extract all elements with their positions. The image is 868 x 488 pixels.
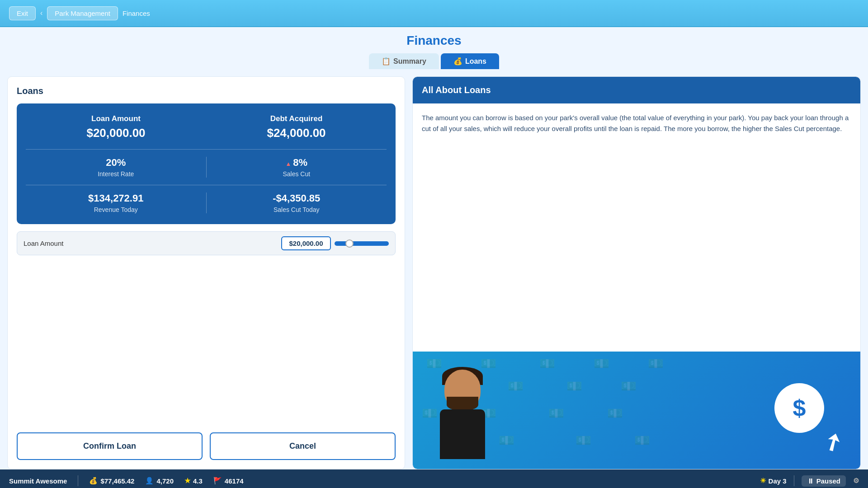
top-nav: Exit ‹ Park Management Finances xyxy=(0,0,868,27)
sales-cut-today-item: -$4,350.85 Sales Cut Today xyxy=(206,192,387,213)
page-title: Finances xyxy=(406,33,461,48)
exit-button[interactable]: Exit xyxy=(9,6,36,20)
nav-chevron: ‹ xyxy=(40,9,42,17)
char-beard xyxy=(447,397,478,410)
interest-rate-item: 20% Interest Rate xyxy=(26,157,206,178)
sales-cut-today-value: -$4,350.85 xyxy=(207,192,387,204)
char-body xyxy=(440,409,485,459)
loan-bottom-row: $134,272.91 Revenue Today -$4,350.85 Sal… xyxy=(26,185,387,213)
pause-icon: ⏸ xyxy=(807,477,814,485)
staff-item: 🚩 46174 xyxy=(213,477,244,485)
day-item: ☀ Day 3 xyxy=(760,477,787,485)
revenue-today-value: $134,272.91 xyxy=(26,192,206,204)
action-buttons-row: Confirm Loan Cancel xyxy=(17,432,396,460)
staff-value: 46174 xyxy=(225,477,244,485)
visitors-value: 4,720 xyxy=(156,477,174,485)
flag-icon: 🚩 xyxy=(213,477,222,485)
revenue-today-item: $134,272.91 Revenue Today xyxy=(26,192,206,213)
status-bar: Summit Awesome 💰 $77,465.42 👤 4,720 ★ 4.… xyxy=(0,469,868,488)
loan-top-row: Loan Amount $20,000.00 Debt Acquired $24… xyxy=(26,114,387,140)
debt-acquired-label: Debt Acquired xyxy=(267,114,326,123)
sales-cut-today-label: Sales Cut Today xyxy=(207,206,387,213)
loans-panel-title: Loans xyxy=(17,86,396,96)
settings-icon[interactable]: ⚙ xyxy=(853,477,859,485)
day-value: Day 3 xyxy=(769,477,787,485)
cancel-button[interactable]: Cancel xyxy=(210,432,396,460)
left-panel: Loans Loan Amount $20,000.00 Debt Acquir… xyxy=(7,76,405,469)
slider-label: Loan Amount xyxy=(24,239,78,247)
revenue-today-label: Revenue Today xyxy=(26,206,206,213)
loan-amount-slider-row: Loan Amount $20,000.00 xyxy=(17,231,396,255)
confirm-loan-button[interactable]: Confirm Loan xyxy=(17,432,203,460)
tab-loans[interactable]: 💰 Loans xyxy=(441,53,499,69)
summary-icon: 📋 xyxy=(382,57,391,66)
right-panel-title: All About Loans xyxy=(422,85,851,95)
sales-cut-item: ▲8% Sales Cut xyxy=(206,157,387,178)
loan-mid-row: 20% Interest Rate ▲8% Sales Cut xyxy=(26,149,387,185)
character-figure xyxy=(422,361,503,469)
loan-amount-item: Loan Amount $20,000.00 xyxy=(86,114,145,140)
status-divider-1 xyxy=(78,475,78,486)
paused-label: Paused xyxy=(816,477,840,485)
interest-rate-value: 20% xyxy=(26,157,206,169)
debt-acquired-item: Debt Acquired $24,000.00 xyxy=(267,114,326,140)
coin-icon: 💰 xyxy=(89,477,98,485)
interest-rate-label: Interest Rate xyxy=(26,170,206,178)
loan-card: Loan Amount $20,000.00 Debt Acquired $24… xyxy=(17,103,396,224)
spacer xyxy=(17,263,396,425)
right-panel-description: The amount you can borrow is based on yo… xyxy=(422,113,851,134)
visitors-item: 👤 4,720 xyxy=(145,477,174,485)
right-panel-illustration: 💵 💵 💵 💵 💵 💵 💵 💵 💵 💵 💵 💵 💵 💵 💵 💵 💵 xyxy=(413,352,860,469)
slider-track[interactable] xyxy=(335,241,389,246)
visitors-icon: 👤 xyxy=(145,477,154,485)
sun-icon: ☀ xyxy=(760,477,766,485)
rating-value: 4.3 xyxy=(193,477,203,485)
status-divider-2 xyxy=(794,475,794,486)
main-content: Loans Loan Amount $20,000.00 Debt Acquir… xyxy=(0,69,868,469)
slider-value-display: $20,000.00 xyxy=(281,236,331,250)
sales-cut-value: ▲8% xyxy=(207,157,387,169)
star-icon: ★ xyxy=(184,477,190,485)
debt-acquired-value: $24,000.00 xyxy=(267,126,326,140)
right-panel: All About Loans The amount you can borro… xyxy=(412,76,861,469)
slider-input-wrapper[interactable]: $20,000.00 xyxy=(281,236,389,250)
loans-icon: 💰 xyxy=(453,57,462,66)
tab-loans-label: Loans xyxy=(465,57,486,66)
sales-cut-label: Sales Cut xyxy=(207,170,387,178)
loan-amount-value: $20,000.00 xyxy=(86,126,145,140)
rating-item: ★ 4.3 xyxy=(184,477,203,485)
park-name-item: Summit Awesome xyxy=(9,477,67,485)
tab-bar: 📋 Summary 💰 Loans xyxy=(369,53,499,69)
tab-summary[interactable]: 📋 Summary xyxy=(369,53,439,69)
paused-badge[interactable]: ⏸ Paused xyxy=(802,475,846,487)
sales-cut-warning-icon: ▲ xyxy=(285,160,291,167)
right-panel-body: The amount you can borrow is based on yo… xyxy=(413,103,860,352)
tab-summary-label: Summary xyxy=(393,57,426,66)
park-management-button[interactable]: Park Management xyxy=(47,6,118,20)
page-title-bar: Finances 📋 Summary 💰 Loans xyxy=(0,27,868,69)
dollar-circle: $ xyxy=(774,383,824,433)
money-value: $77,465.42 xyxy=(100,477,134,485)
loan-amount-label: Loan Amount xyxy=(86,114,145,123)
park-name: Summit Awesome xyxy=(9,477,67,485)
finances-breadcrumb: Finances xyxy=(123,9,150,17)
status-right: ☀ Day 3 ⏸ Paused ⚙ xyxy=(760,475,859,487)
money-item: 💰 $77,465.42 xyxy=(89,477,134,485)
slider-thumb[interactable] xyxy=(345,239,354,248)
right-panel-header: All About Loans xyxy=(413,77,860,103)
